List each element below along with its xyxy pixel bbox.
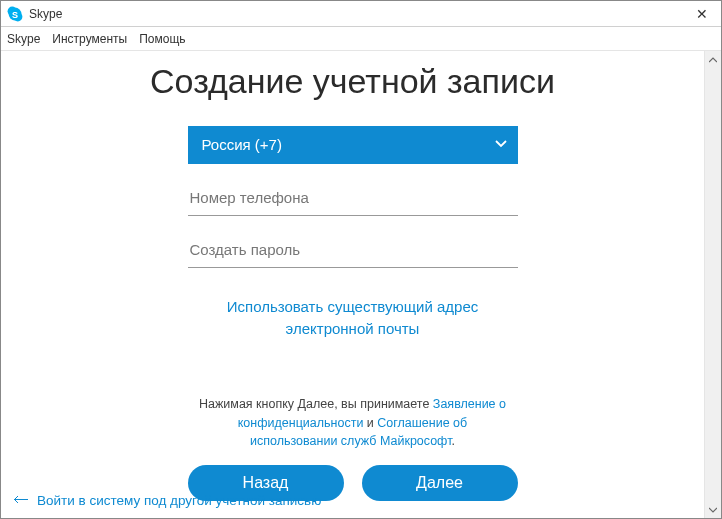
menu-tools[interactable]: Инструменты — [52, 32, 127, 46]
content-area: Создание учетной записи Россия (+7) Испо… — [1, 51, 704, 518]
arrow-left-icon: 🡐 — [13, 492, 29, 508]
scroll-down-icon[interactable] — [705, 501, 721, 518]
menu-help[interactable]: Помощь — [139, 32, 185, 46]
use-email-line1: Использовать существующий адрес — [227, 298, 479, 315]
skype-icon: S — [7, 6, 23, 22]
titlebar: S Skype ✕ — [1, 1, 721, 27]
other-account-label: Войти в систему под другой учетной запис… — [37, 493, 321, 508]
page-heading: Создание учетной записи — [41, 61, 664, 102]
chevron-down-icon — [494, 136, 508, 153]
legal-text: Нажимая кнопку Далее, вы принимаете Заяв… — [188, 395, 518, 451]
other-account-link[interactable]: 🡐 Войти в систему под другой учетной зап… — [13, 492, 321, 508]
phone-input[interactable] — [188, 178, 518, 216]
svg-text:S: S — [12, 9, 18, 19]
country-select-value: Россия (+7) — [202, 136, 282, 153]
country-select[interactable]: Россия (+7) — [188, 126, 518, 164]
use-email-line2: электронной почты — [286, 320, 420, 337]
password-input[interactable] — [188, 230, 518, 268]
next-button[interactable]: Далее — [362, 465, 518, 501]
use-email-link[interactable]: Использовать существующий адрес электрон… — [188, 296, 518, 341]
menu-skype[interactable]: Skype — [7, 32, 40, 46]
scroll-up-icon[interactable] — [705, 51, 721, 68]
signup-form: Россия (+7) Использовать существующий ад… — [188, 126, 518, 501]
menubar: Skype Инструменты Помощь — [1, 27, 721, 51]
close-button[interactable]: ✕ — [687, 6, 717, 22]
vertical-scrollbar[interactable] — [704, 51, 721, 518]
window-title: Skype — [29, 7, 687, 21]
